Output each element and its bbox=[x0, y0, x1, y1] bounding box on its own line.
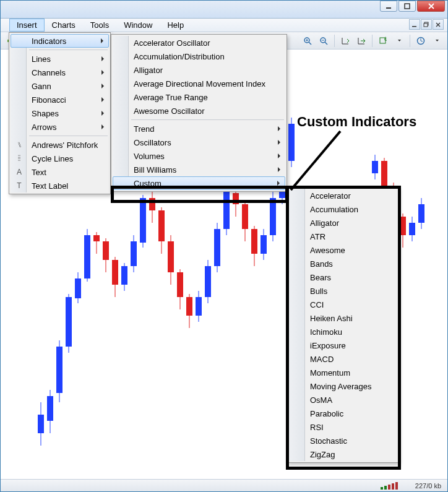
menuitem-text-label[interactable]: Text LabelT bbox=[11, 179, 109, 192]
tool-zoom-in-icon[interactable] bbox=[300, 34, 315, 48]
menuitem-fibonacci[interactable]: Fibonacci bbox=[11, 93, 109, 106]
menuitem-ichimoku[interactable]: Ichimoku bbox=[289, 325, 397, 339]
menuitem-accelerator-oscillator[interactable]: Accelerator Oscillator bbox=[113, 36, 285, 50]
menuitem-label: Average Directional Movement Index bbox=[134, 79, 265, 88]
menuitem-andrews-pitchfork[interactable]: Andrews' Pitchfork⑊ bbox=[11, 138, 109, 152]
menuitem-label: Shapes bbox=[32, 109, 59, 118]
menuitem-bands[interactable]: Bands bbox=[289, 257, 397, 270]
menuitem-label: Cycle Lines bbox=[32, 154, 73, 163]
svg-rect-2 bbox=[412, 26, 416, 27]
menuitem-cycle-lines[interactable]: Cycle Lines⦙⦙ bbox=[11, 152, 109, 165]
tool-indicators-icon[interactable]: + bbox=[376, 34, 390, 48]
title-bar bbox=[1, 1, 447, 19]
menuitem-gann[interactable]: Gann bbox=[11, 79, 109, 93]
menuitem-indicators[interactable]: Indicators bbox=[11, 34, 109, 48]
submenu-arrow-icon bbox=[278, 126, 280, 131]
menuitem-bears[interactable]: Bears bbox=[289, 270, 397, 284]
menuitem-alligator[interactable]: Alligator bbox=[113, 63, 285, 77]
menu-window[interactable]: Window bbox=[116, 19, 160, 32]
menuitem-label: Bill Williams bbox=[134, 165, 176, 175]
menuitem-label: Parabolic bbox=[310, 409, 343, 418]
menu-charts[interactable]: Charts bbox=[45, 19, 83, 32]
menuitem-text[interactable]: TextA bbox=[11, 165, 109, 179]
menuitem-shapes[interactable]: Shapes bbox=[11, 106, 109, 120]
svg-rect-18 bbox=[381, 487, 383, 490]
menuitem-label: Bears bbox=[310, 273, 331, 282]
menuitem-parabolic[interactable]: Parabolic bbox=[289, 407, 397, 420]
svg-rect-1 bbox=[405, 4, 410, 9]
menuitem-bulls[interactable]: Bulls bbox=[289, 284, 397, 298]
menuitem-label: Oscillators bbox=[134, 138, 171, 147]
menuitem-moving-averages[interactable]: Moving Averages bbox=[289, 379, 397, 393]
menuitem-macd[interactable]: MACD bbox=[289, 352, 397, 366]
mdi-close-button[interactable] bbox=[433, 19, 444, 30]
menuitem-osma[interactable]: OsMA bbox=[289, 393, 397, 407]
menuitem-heiken-ashi[interactable]: Heiken Ashi bbox=[289, 311, 397, 325]
mdi-window-buttons bbox=[408, 19, 444, 30]
menu-bar: InsertChartsToolsWindowHelp bbox=[1, 19, 447, 32]
tool-auto-scroll-icon[interactable] bbox=[354, 34, 369, 48]
menuitem-label: Momentum bbox=[310, 368, 350, 378]
tool-periodicity-icon[interactable] bbox=[413, 34, 428, 48]
menuitem-label: Awesome bbox=[310, 246, 345, 255]
menuitem-channels[interactable]: Channels bbox=[11, 66, 109, 79]
menuitem-average-true-range[interactable]: Average True Range bbox=[113, 90, 285, 104]
menuitem-awesome-oscillator[interactable]: Awesome Oscillator bbox=[113, 104, 285, 118]
menuitem-iexposure[interactable]: iExposure bbox=[289, 339, 397, 352]
menuitem-lines[interactable]: Lines bbox=[11, 52, 109, 66]
menuitem-custom[interactable]: Custom bbox=[113, 176, 285, 190]
menuitem-trend[interactable]: Trend bbox=[113, 122, 285, 136]
menu-help[interactable]: Help bbox=[160, 19, 191, 32]
svg-rect-22 bbox=[395, 482, 398, 490]
submenu-arrow-icon bbox=[101, 124, 104, 129]
minimize-button[interactable] bbox=[380, 1, 397, 12]
submenu-arrow-icon bbox=[101, 38, 103, 43]
menuitem-label: Text bbox=[32, 168, 46, 177]
menuitem-label: Alligator bbox=[134, 66, 163, 75]
menuitem-average-directional-movement-index[interactable]: Average Directional Movement Index bbox=[113, 77, 285, 90]
menuitem-oscillators[interactable]: Oscillators bbox=[113, 136, 285, 149]
menuitem-label: OsMA bbox=[310, 395, 332, 405]
menuitem-rsi[interactable]: RSI bbox=[289, 420, 397, 434]
menu-tools[interactable]: Tools bbox=[83, 19, 116, 32]
submenu-arrow-icon bbox=[101, 97, 104, 102]
menuitem-accumulation[interactable]: Accumulation bbox=[289, 202, 397, 216]
menuitem-label: ATR bbox=[310, 232, 325, 241]
svg-line-11 bbox=[325, 42, 327, 45]
mdi-restore-button[interactable] bbox=[421, 19, 432, 30]
menuitem-volumes[interactable]: Volumes bbox=[113, 149, 285, 163]
menuitem-stochastic[interactable]: Stochastic bbox=[289, 434, 397, 447]
status-bar: 227/0 kb bbox=[1, 479, 447, 491]
tool-dropdown-arrow-icon[interactable] bbox=[429, 34, 444, 48]
submenu-arrow-icon bbox=[101, 56, 104, 61]
menuitem-label: ZigZag bbox=[310, 450, 335, 459]
custom-submenu: AcceleratorAccumulationAlligatorATRAweso… bbox=[287, 187, 398, 463]
maximize-button[interactable] bbox=[398, 1, 416, 12]
menuitem-momentum[interactable]: Momentum bbox=[289, 366, 397, 379]
svg-line-23 bbox=[291, 131, 340, 190]
menuitem-bill-williams[interactable]: Bill Williams bbox=[113, 163, 285, 176]
close-button[interactable] bbox=[417, 1, 445, 12]
menuitem-label: MACD bbox=[310, 355, 334, 364]
menuitem-label: Ichimoku bbox=[310, 327, 342, 337]
menuitem-arrows[interactable]: Arrows bbox=[11, 120, 109, 134]
menuitem-label: Heiken Ashi bbox=[310, 314, 353, 323]
connection-bars-icon bbox=[381, 482, 411, 490]
indicators-submenu: Accelerator OscillatorAccumulation/Distr… bbox=[111, 34, 287, 192]
menuitem-atr[interactable]: ATR bbox=[289, 230, 397, 243]
tool-zoom-out-icon[interactable] bbox=[316, 34, 331, 48]
insert-menu-dropdown: IndicatorsLinesChannelsGannFibonacciShap… bbox=[9, 32, 111, 194]
annotation-label: Custom Indicators bbox=[297, 114, 416, 130]
submenu-arrow-icon bbox=[101, 70, 104, 75]
menuitem-label: Lines bbox=[32, 54, 51, 64]
menu-insert[interactable]: Insert bbox=[9, 19, 45, 32]
mdi-minimize-button[interactable] bbox=[409, 19, 420, 30]
menuitem-cci[interactable]: CCI bbox=[289, 298, 397, 311]
menuitem-awesome[interactable]: Awesome bbox=[289, 243, 397, 257]
menuitem-zigzag[interactable]: ZigZag bbox=[289, 447, 397, 461]
menuitem-alligator[interactable]: Alligator bbox=[289, 216, 397, 230]
annotation-arrow bbox=[282, 128, 343, 196]
tool-dropdown-arrow-icon[interactable] bbox=[392, 34, 407, 48]
tool-chart-shift-icon[interactable] bbox=[338, 34, 353, 48]
menuitem-accumulation-distribution[interactable]: Accumulation/Distribution bbox=[113, 50, 285, 63]
